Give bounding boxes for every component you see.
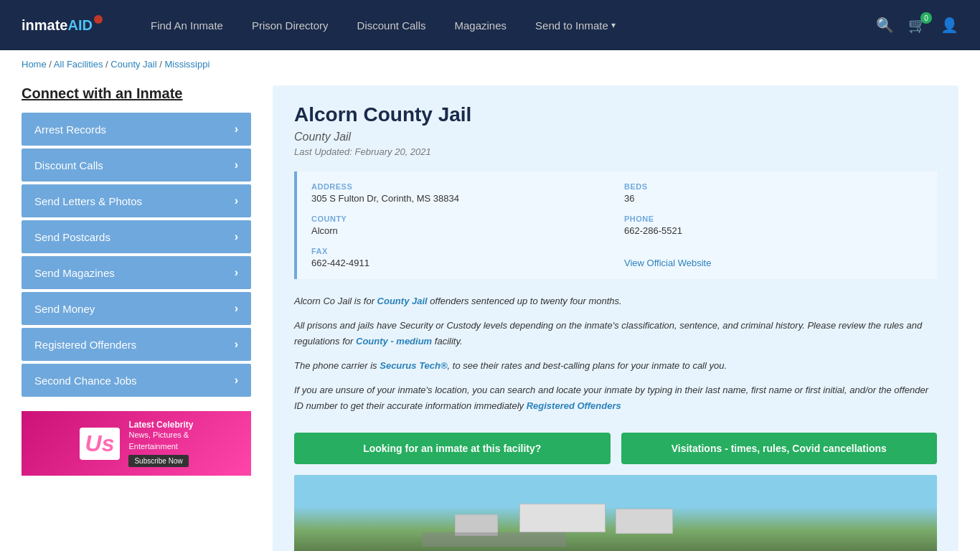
sidebar-menu: Arrest Records › Discount Calls › Send L… <box>22 113 251 397</box>
ad-subscribe-btn[interactable]: Subscribe Now <box>128 455 188 467</box>
sidebar-item-label: Registered Offenders <box>34 339 136 351</box>
sidebar-title: Connect with an Inmate <box>22 85 251 102</box>
breadcrumb-county-jail[interactable]: County Jail <box>110 59 156 70</box>
sidebar-ad[interactable]: Us Latest Celebrity News, Pictures &Ente… <box>22 411 251 476</box>
chevron-right-icon: › <box>235 230 238 243</box>
facility-title: Alcorn County Jail <box>294 103 937 126</box>
facility-last-updated: Last Updated: February 20, 2021 <box>294 146 937 157</box>
ad-content: Latest Celebrity News, Pictures &Enterta… <box>128 420 193 467</box>
sidebar-item-label: Send Money <box>34 303 95 315</box>
sidebar-item-discount-calls[interactable]: Discount Calls › <box>22 149 251 182</box>
sidebar-item-send-letters[interactable]: Send Letters & Photos › <box>22 184 251 217</box>
ad-tagline-body: News, Pictures &Entertainment <box>128 430 193 452</box>
sidebar-item-label: Send Letters & Photos <box>34 195 142 207</box>
nav-find-inmate[interactable]: Find An Inmate <box>151 19 223 32</box>
nav-discount-calls[interactable]: Discount Calls <box>357 19 426 32</box>
info-address: ADDRESS 305 S Fulton Dr, Corinth, MS 388… <box>311 182 610 204</box>
county-jail-link[interactable]: County Jail <box>377 296 428 306</box>
facility-type: County Jail <box>294 131 937 143</box>
find-inmate-button[interactable]: Looking for an inmate at this facility? <box>294 433 611 464</box>
securus-link[interactable]: Securus Tech® <box>380 360 447 371</box>
sidebar-item-arrest-records[interactable]: Arrest Records › <box>22 113 251 146</box>
website-link[interactable]: View Official Website <box>624 258 711 268</box>
desc-para4: If you are unsure of your inmate's locat… <box>294 382 937 414</box>
chevron-right-icon: › <box>235 123 238 136</box>
chevron-right-icon: › <box>235 266 238 279</box>
registered-offenders-link[interactable]: Registered Offenders <box>527 400 621 411</box>
nav-prison-directory[interactable]: Prison Directory <box>252 19 329 32</box>
info-county: COUNTY Alcorn <box>311 215 610 236</box>
county-medium-link[interactable]: County - medium <box>356 336 432 347</box>
breadcrumb: Home / All Facilities / County Jail / Mi… <box>0 50 980 78</box>
beds-value: 36 <box>624 193 923 204</box>
sidebar-item-registered-offenders[interactable]: Registered Offenders › <box>22 328 251 361</box>
cart-icon[interactable]: 🛒 0 <box>908 17 926 34</box>
aerial-building-2 <box>616 509 673 534</box>
fax-value: 662-442-4911 <box>311 258 610 268</box>
sidebar-item-send-magazines[interactable]: Send Magazines › <box>22 256 251 289</box>
breadcrumb-mississippi[interactable]: Mississippi <box>164 59 209 70</box>
header: inmate AID Find An Inmate Prison Directo… <box>0 0 980 50</box>
cta-buttons: Looking for an inmate at this facility? … <box>294 433 937 464</box>
info-grid: ADDRESS 305 S Fulton Dr, Corinth, MS 388… <box>311 182 923 268</box>
chevron-right-icon: › <box>235 302 238 315</box>
desc-para3: The phone carrier is Securus Tech®, to s… <box>294 358 937 374</box>
main-nav: Find An Inmate Prison Directory Discount… <box>151 19 847 32</box>
info-website: View Official Website <box>624 247 923 268</box>
county-label: COUNTY <box>311 215 610 223</box>
sidebar: Connect with an Inmate Arrest Records › … <box>22 85 251 551</box>
cart-badge: 0 <box>920 12 932 24</box>
phone-label: PHONE <box>624 215 923 223</box>
fax-label: FAX <box>311 247 610 255</box>
beds-label: BEDS <box>624 182 923 191</box>
chevron-right-icon: › <box>235 159 238 171</box>
facility-content: Alcorn County Jail County Jail Last Upda… <box>273 85 958 551</box>
sidebar-item-send-money[interactable]: Send Money › <box>22 292 251 325</box>
info-phone: PHONE 662-286-5521 <box>624 215 923 236</box>
address-value: 305 S Fulton Dr, Corinth, MS 38834 <box>311 193 610 204</box>
county-value: Alcorn <box>311 225 610 236</box>
facility-image <box>294 475 937 551</box>
chevron-right-icon: › <box>235 338 238 351</box>
aerial-parking <box>423 532 566 547</box>
sidebar-item-label: Discount Calls <box>34 159 103 171</box>
facility-info: ADDRESS 305 S Fulton Dr, Corinth, MS 388… <box>294 171 937 279</box>
chevron-right-icon: › <box>235 194 238 207</box>
logo[interactable]: inmate AID <box>22 17 122 34</box>
sidebar-item-label: Send Postcards <box>34 231 110 243</box>
nav-magazines[interactable]: Magazines <box>454 19 507 32</box>
breadcrumb-all-facilities[interactable]: All Facilities <box>54 59 103 70</box>
ad-brand-logo: Us <box>80 428 121 460</box>
facility-description: Alcorn Co Jail is for County Jail offend… <box>294 293 937 415</box>
desc-para1: Alcorn Co Jail is for County Jail offend… <box>294 293 937 309</box>
header-icons: 🔍 🛒 0 👤 <box>876 17 958 34</box>
logo-icon <box>94 15 103 24</box>
search-icon[interactable]: 🔍 <box>876 17 894 34</box>
ad-tagline-title: Latest Celebrity <box>128 420 193 430</box>
nav-send-to-inmate[interactable]: Send to Inmate ▾ <box>535 19 616 32</box>
info-beds: BEDS 36 <box>624 182 923 204</box>
sidebar-item-send-postcards[interactable]: Send Postcards › <box>22 220 251 253</box>
address-label: ADDRESS <box>311 182 610 191</box>
chevron-right-icon: › <box>235 374 238 387</box>
sidebar-item-label: Send Magazines <box>34 267 115 279</box>
main-layout: Connect with an Inmate Arrest Records › … <box>0 78 980 551</box>
sidebar-item-label: Second Chance Jobs <box>34 375 137 387</box>
breadcrumb-home[interactable]: Home <box>22 59 47 70</box>
dropdown-arrow-icon: ▾ <box>611 20 616 30</box>
info-fax: FAX 662-442-4911 <box>311 247 610 268</box>
sidebar-item-second-chance-jobs[interactable]: Second Chance Jobs › <box>22 364 251 397</box>
desc-para2: All prisons and jails have Security or C… <box>294 318 937 349</box>
visitations-button[interactable]: Visitations - times, rules, Covid cancel… <box>621 433 938 464</box>
aerial-building-1 <box>519 504 606 532</box>
sidebar-item-label: Arrest Records <box>34 123 106 136</box>
user-icon[interactable]: 👤 <box>941 17 958 34</box>
phone-value: 662-286-5521 <box>624 225 923 236</box>
